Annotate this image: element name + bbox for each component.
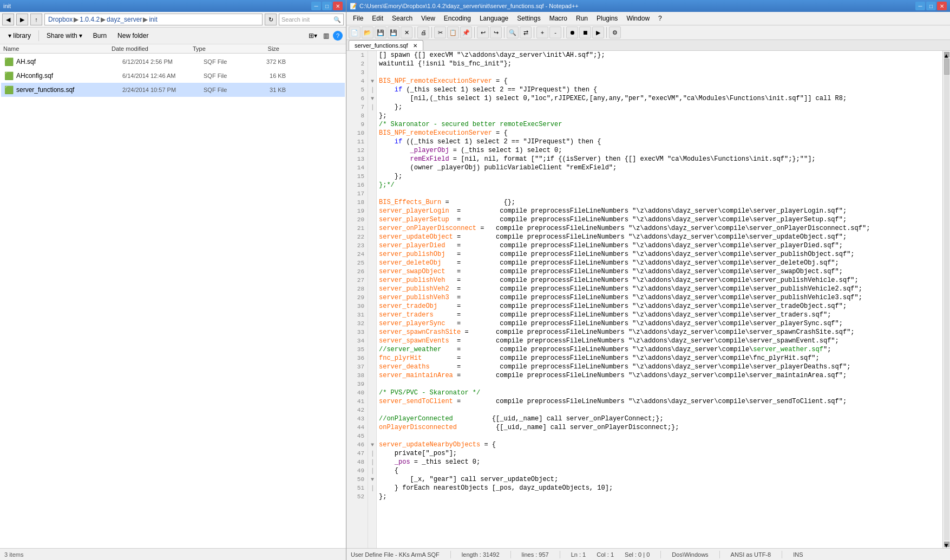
address-path[interactable]: Dropbox ▶ 1.0.4.2 ▶ dayz_server ▶ init	[44, 14, 263, 25]
scrollbar-up-button[interactable]: ▲	[944, 52, 949, 57]
up-button[interactable]: ↑	[30, 14, 42, 25]
code-line-22: server_updateObject = compile preprocess…	[379, 233, 940, 241]
macro-record-button[interactable]: ⏺	[566, 27, 578, 38]
code-content[interactable]: [] spawn {[] execVM "\z\addons\dayz_serv…	[377, 51, 942, 548]
fold-marker-44	[368, 423, 377, 432]
line-number-15: 15	[346, 172, 368, 181]
menu-search[interactable]: Search	[388, 13, 417, 24]
menu-file[interactable]: File	[349, 13, 368, 24]
new-folder-button[interactable]: New folder	[113, 30, 153, 42]
file-item-ah-sqf[interactable]: 🟩 AH.sqf 6/12/2014 2:56 PM SQF File 372 …	[1, 55, 345, 69]
redo-button[interactable]: ↪	[490, 27, 502, 38]
view-options-button[interactable]: ⊞▾	[307, 30, 319, 42]
find-button[interactable]: 🔍	[507, 27, 519, 38]
menu-help[interactable]: ?	[654, 13, 666, 24]
code-line-23: server_playerDied = compile preprocessFi…	[379, 241, 940, 250]
file-item-ahconfig-sqf[interactable]: 🟩 AHconfig.sqf 6/14/2014 12:46 AM SQF Fi…	[1, 69, 345, 83]
notepad-close-button[interactable]: ✕	[937, 2, 947, 10]
new-file-button[interactable]: 📄	[349, 27, 361, 38]
macro-stop-button[interactable]: ⏹	[579, 27, 591, 38]
col-header-date[interactable]: Date modified	[112, 45, 193, 52]
paste-button[interactable]: 📌	[460, 27, 472, 38]
fold-marker-6[interactable]: ▼	[368, 94, 377, 103]
zoom-out-button[interactable]: -	[549, 27, 561, 38]
line-number-34: 34	[346, 337, 368, 345]
menu-language[interactable]: Language	[475, 13, 513, 24]
explorer-toolbar: ▾ library Share with ▾ Burn New folder ⊞…	[0, 28, 346, 44]
menu-plugins[interactable]: Plugins	[592, 13, 622, 24]
notepad-status-bar: User Define File - KKs ArmA SQF length :…	[346, 548, 950, 560]
menu-macro[interactable]: Macro	[545, 13, 572, 24]
editor-scrollbar[interactable]: ▲ ▼	[942, 51, 950, 548]
find-replace-button[interactable]: ⇄	[520, 27, 532, 38]
col-header-size[interactable]: Size	[236, 45, 279, 52]
settings-button[interactable]: ⚙	[609, 27, 621, 38]
line-number-45: 45	[346, 432, 368, 440]
fold-marker-50[interactable]: ▼	[368, 475, 377, 484]
preview-pane-button[interactable]: ▥	[320, 30, 332, 42]
fold-marker-3	[368, 68, 377, 77]
fold-marker-43	[368, 414, 377, 423]
menu-window[interactable]: Window	[622, 13, 654, 24]
cut-button[interactable]: ✂	[434, 27, 446, 38]
library-label: ▾ library	[8, 32, 31, 39]
scrollbar-down-button[interactable]: ▼	[944, 542, 949, 547]
scrollbar-track	[944, 58, 949, 541]
col-header-type[interactable]: Type	[193, 45, 236, 52]
fold-marker-8	[368, 111, 377, 120]
explorer-maximize-button[interactable]: □	[322, 2, 332, 10]
back-button[interactable]: ◀	[2, 14, 14, 25]
fold-marker-46[interactable]: ▼	[368, 440, 377, 449]
zoom-in-button[interactable]: +	[536, 27, 548, 38]
share-with-button[interactable]: Share with ▾	[42, 30, 87, 42]
menu-encoding[interactable]: Encoding	[440, 13, 475, 24]
menu-view[interactable]: View	[417, 13, 440, 24]
notepad-minimize-button[interactable]: ─	[915, 2, 925, 10]
code-line-4: BIS_NPF_remoteExecutionServer = {	[379, 77, 940, 85]
col-header-name[interactable]: Name	[3, 45, 112, 52]
macro-play-button[interactable]: ▶	[592, 27, 604, 38]
notepad-maximize-button[interactable]: □	[926, 2, 936, 10]
undo-button[interactable]: ↩	[477, 27, 489, 38]
tab-server-functions[interactable]: server_functions.sqf ✕	[349, 40, 423, 50]
fold-marker-4[interactable]: ▼	[368, 77, 377, 85]
path-init[interactable]: init	[149, 16, 157, 23]
menu-edit[interactable]: Edit	[368, 13, 388, 24]
print-button[interactable]: 🖨	[417, 27, 429, 38]
copy-button[interactable]: 📋	[447, 27, 459, 38]
forward-button[interactable]: ▶	[16, 14, 28, 25]
code-line-3	[379, 68, 940, 77]
tab-close-icon[interactable]: ✕	[413, 43, 417, 49]
refresh-button[interactable]: ↻	[265, 14, 277, 25]
toolbar-sep-1	[38, 30, 39, 41]
line-number-4: 4	[346, 77, 368, 85]
library-button[interactable]: ▾ library	[3, 30, 36, 42]
notepad-title-left: 📝 C:\Users\Emory\Dropbox\1.0.4.2\dayz_se…	[350, 3, 579, 10]
file-name-server-functions: server_functions.sqf	[16, 86, 122, 94]
code-line-1: [] spawn {[] execVM "\z\addons\dayz_serv…	[379, 51, 940, 60]
search-icon[interactable]: 🔍	[333, 16, 341, 23]
burn-label: Burn	[93, 32, 107, 39]
path-dayz-server[interactable]: dayz_server	[107, 16, 142, 23]
file-item-server-functions-sqf[interactable]: 🟩 server_functions.sqf 2/24/2014 10:57 P…	[1, 83, 345, 97]
menu-settings[interactable]: Settings	[513, 13, 545, 24]
help-button[interactable]: ?	[333, 31, 343, 41]
open-file-button[interactable]: 📂	[362, 27, 374, 38]
path-version[interactable]: 1.0.4.2	[80, 16, 100, 23]
scrollbar-thumb[interactable]	[944, 58, 949, 75]
explorer-close-button[interactable]: ✕	[333, 2, 343, 10]
file-type-ahconfig: SQF File	[204, 73, 247, 79]
menu-run[interactable]: Run	[572, 13, 592, 24]
burn-button[interactable]: Burn	[88, 30, 112, 42]
close-file-button[interactable]: ✕	[401, 27, 412, 38]
explorer-minimize-button[interactable]: ─	[311, 2, 321, 10]
line-number-37: 37	[346, 363, 368, 371]
save-all-button[interactable]: 💾	[388, 27, 399, 38]
fold-marker-37	[368, 363, 377, 371]
code-line-43: //onPlayerConnected {[_uid,_name] call s…	[379, 414, 940, 423]
code-line-28: server_publishVeh2 = compile preprocessF…	[379, 285, 940, 293]
fold-marker-34	[368, 337, 377, 345]
search-box[interactable]: Search init 🔍	[279, 14, 344, 25]
save-file-button[interactable]: 💾	[375, 27, 386, 38]
path-dropbox[interactable]: Dropbox	[48, 16, 73, 23]
